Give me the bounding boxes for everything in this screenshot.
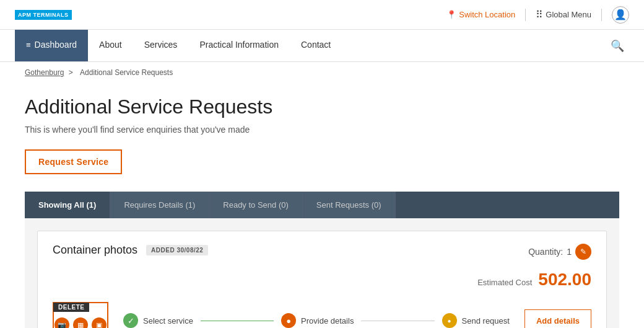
step-pending-icon: ● bbox=[442, 313, 457, 328]
step-send-request-label: Send request bbox=[462, 316, 510, 326]
nav-dashboard[interactable]: ≡ Dashboard bbox=[15, 30, 88, 61]
page-subtitle: This is where you'll find service enquir… bbox=[25, 125, 619, 135]
step-provide-details-label: Provide details bbox=[301, 316, 354, 326]
tab-showing-all[interactable]: Showing All (1) bbox=[25, 192, 110, 218]
user-account-button[interactable]: 👤 bbox=[612, 6, 629, 24]
card-title-row: Container photos ADDED 30/08/22 bbox=[53, 244, 208, 257]
camera-icon-button[interactable]: 📷 bbox=[54, 317, 69, 328]
global-menu-button[interactable]: ⠿ Global Menu bbox=[536, 9, 591, 20]
nav-services[interactable]: Services bbox=[133, 30, 189, 61]
request-service-button[interactable]: Request Service bbox=[25, 149, 122, 174]
edit-quantity-button[interactable]: ✎ bbox=[575, 244, 591, 260]
tab-ready-to-send[interactable]: Ready to Send (0) bbox=[209, 192, 303, 218]
pencil-icon: ✎ bbox=[580, 247, 586, 256]
tabs-bar: Showing All (1) Requires Details (1) Rea… bbox=[25, 192, 619, 218]
location-icon: 📍 bbox=[446, 10, 456, 19]
steps-area: ✓ Select service ● Provide details ● Sen… bbox=[123, 313, 510, 328]
breadcrumb-home[interactable]: Gothenburg bbox=[25, 68, 64, 77]
cost-value: 502.00 bbox=[538, 270, 591, 290]
camera-icon: 📷 bbox=[58, 321, 66, 329]
estimated-cost-label: Estimated Cost bbox=[477, 278, 532, 287]
nav-about[interactable]: About bbox=[88, 30, 133, 61]
step-select-service: ✓ Select service bbox=[123, 313, 193, 328]
breadcrumb: Gothenburg > Additional Service Requests bbox=[0, 62, 644, 83]
add-details-button[interactable]: Add details bbox=[524, 309, 591, 329]
service-request-card: Container photos ADDED 30/08/22 Quantity… bbox=[37, 231, 607, 328]
logo: APM TERMINALS bbox=[15, 10, 72, 20]
card-area: Container photos ADDED 30/08/22 Quantity… bbox=[25, 218, 619, 328]
page-title: Additional Service Requests bbox=[25, 95, 619, 118]
breadcrumb-current: Additional Service Requests bbox=[80, 68, 173, 77]
step-done-icon: ✓ bbox=[123, 313, 138, 328]
top-right-actions: 📍 Switch Location ⠿ Global Menu 👤 bbox=[446, 6, 629, 24]
file-icon-button[interactable]: ▦ bbox=[73, 317, 88, 328]
logo-area: APM TERMINALS bbox=[15, 10, 72, 20]
card-title: Container photos bbox=[53, 244, 137, 257]
user-icon: 👤 bbox=[614, 9, 627, 20]
file-icon: ▦ bbox=[77, 321, 84, 329]
search-icon: 🔍 bbox=[611, 39, 624, 53]
breadcrumb-separator: > bbox=[69, 68, 73, 77]
divider bbox=[525, 9, 526, 21]
step-line-1 bbox=[201, 321, 274, 321]
step-provide-details: ● Provide details bbox=[281, 313, 354, 328]
image-icon-button[interactable]: ▣ bbox=[92, 317, 107, 328]
tab-requires-details[interactable]: Requires Details (1) bbox=[110, 192, 209, 218]
estimated-cost-row: Estimated Cost 502.00 bbox=[53, 270, 591, 290]
step-select-service-label: Select service bbox=[143, 316, 193, 326]
divider2 bbox=[601, 9, 602, 21]
top-bar: APM TERMINALS 📍 Switch Location ⠿ Global… bbox=[0, 0, 644, 30]
main-nav: ≡ Dashboard About Services Practical Inf… bbox=[0, 30, 644, 62]
card-badge: ADDED 30/08/22 bbox=[146, 245, 208, 255]
step-send-request: ● Send request bbox=[442, 313, 510, 328]
quantity-label: Quantity: bbox=[528, 247, 563, 257]
tab-sent-requests[interactable]: Sent Requests (0) bbox=[303, 192, 396, 218]
dashboard-icon: ≡ bbox=[26, 40, 31, 50]
image-icon: ▣ bbox=[96, 321, 102, 329]
card-header: Container photos ADDED 30/08/22 Quantity… bbox=[53, 244, 591, 260]
delete-label: DELETE bbox=[53, 303, 89, 312]
nav-contact[interactable]: Contact bbox=[290, 30, 342, 61]
quantity-value: 1 bbox=[567, 247, 572, 257]
page-content: Additional Service Requests This is wher… bbox=[0, 83, 644, 328]
card-body: DELETE 📷 ▦ ▣ bbox=[53, 302, 591, 328]
switch-location-button[interactable]: 📍 Switch Location bbox=[446, 10, 515, 19]
step-line-2 bbox=[361, 321, 434, 321]
nav-practical-info[interactable]: Practical Information bbox=[188, 30, 290, 61]
grid-dots-icon: ⠿ bbox=[536, 9, 543, 20]
step-current-icon: ● bbox=[281, 313, 296, 328]
image-icons: 📷 ▦ ▣ bbox=[54, 317, 107, 328]
image-delete-area: DELETE 📷 ▦ ▣ bbox=[53, 302, 108, 328]
quantity-area: Quantity: 1 ✎ bbox=[528, 244, 591, 260]
search-button[interactable]: 🔍 bbox=[606, 30, 629, 61]
